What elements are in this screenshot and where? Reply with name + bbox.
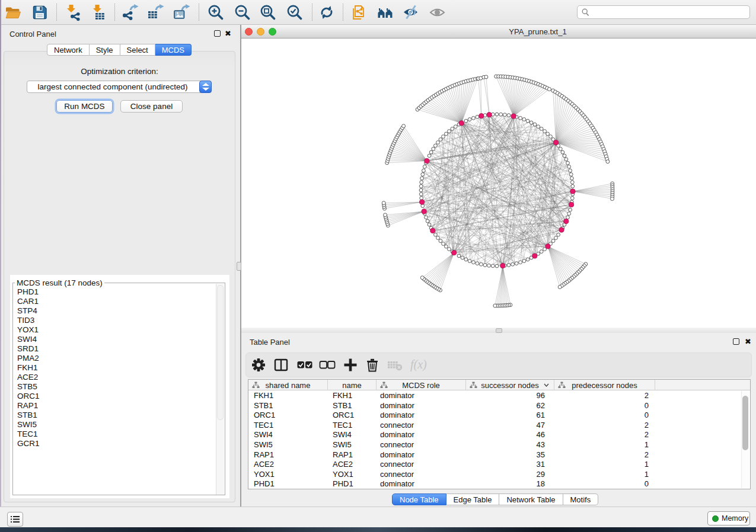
- graph-dominator-node[interactable]: [511, 114, 516, 118]
- graph-fan-edge[interactable]: [432, 97, 462, 123]
- graph-edge[interactable]: [424, 203, 572, 211]
- graph-node[interactable]: [507, 114, 511, 117]
- mcds-result-node[interactable]: PHD1: [14, 287, 215, 297]
- graph-node[interactable]: [434, 144, 438, 148]
- graph-node[interactable]: [571, 184, 575, 188]
- node-table-scrollbar-thumb[interactable]: [742, 396, 748, 450]
- table-panel-float-icon[interactable]: [733, 338, 739, 345]
- graph-fan-edge[interactable]: [439, 253, 454, 290]
- table-tab-network-table[interactable]: Network Table: [499, 493, 563, 505]
- graph-node[interactable]: [421, 204, 425, 208]
- graph-node[interactable]: [436, 141, 440, 145]
- graph-fan-edge[interactable]: [513, 84, 536, 116]
- mcds-result-scrollbar[interactable]: [216, 284, 224, 495]
- graph-satellite-node[interactable]: [484, 75, 488, 79]
- graph-fan-edge[interactable]: [425, 103, 461, 123]
- graph-node[interactable]: [457, 254, 461, 258]
- graph-fan-edge[interactable]: [548, 246, 577, 274]
- search-box[interactable]: [577, 5, 750, 19]
- horizontal-splitter-handle[interactable]: [496, 328, 502, 333]
- graph-fan-edge[interactable]: [548, 246, 574, 277]
- graph-fan-edge[interactable]: [506, 77, 513, 117]
- zoom-selected-button[interactable]: [286, 4, 304, 21]
- network-canvas[interactable]: [241, 39, 756, 328]
- graph-dominator-node[interactable]: [570, 189, 575, 194]
- graph-node[interactable]: [526, 119, 529, 123]
- graph-node[interactable]: [451, 127, 454, 131]
- import-network-button[interactable]: [64, 4, 82, 21]
- graph-dominator-node[interactable]: [554, 140, 559, 145]
- column-header-successor-nodes[interactable]: successor nodes: [466, 380, 554, 390]
- memory-button[interactable]: Memory: [707, 511, 750, 525]
- deselect-all-rows-button[interactable]: [319, 357, 336, 373]
- table-row[interactable]: STB1STB1dominator620: [248, 401, 750, 411]
- graph-node[interactable]: [476, 262, 479, 265]
- graph-fan-edge[interactable]: [461, 79, 473, 123]
- graph-node[interactable]: [529, 121, 533, 124]
- graph-node[interactable]: [445, 245, 448, 248]
- graph-node[interactable]: [570, 181, 574, 184]
- zoom-in-button[interactable]: [207, 4, 225, 21]
- graph-node[interactable]: [476, 116, 479, 119]
- graph-node[interactable]: [503, 113, 507, 117]
- graph-dominator-node[interactable]: [532, 254, 537, 258]
- graph-node[interactable]: [569, 208, 572, 211]
- mcds-result-node[interactable]: RAP1: [14, 401, 215, 411]
- graph-node[interactable]: [567, 165, 571, 169]
- graph-node[interactable]: [428, 223, 431, 226]
- graph-node[interactable]: [420, 177, 424, 180]
- column-header-predecessor-nodes[interactable]: predecessor nodes: [554, 380, 655, 390]
- graph-node[interactable]: [454, 125, 457, 129]
- column-header-shared-name[interactable]: shared name: [248, 380, 328, 390]
- graph-node[interactable]: [507, 264, 511, 267]
- mcds-result-node[interactable]: CAR1: [14, 297, 215, 306]
- graph-node[interactable]: [522, 259, 526, 263]
- mcds-result-node[interactable]: GCR1: [14, 439, 215, 448]
- graph-node[interactable]: [559, 147, 562, 150]
- graph-dominator-node[interactable]: [422, 209, 426, 214]
- graph-fan-edge[interactable]: [417, 110, 461, 123]
- graph-fan-edge[interactable]: [548, 246, 584, 266]
- mcds-result-node[interactable]: ORC1: [14, 392, 215, 401]
- graph-node[interactable]: [468, 259, 471, 263]
- control-tab-mcds[interactable]: MCDS: [155, 44, 192, 56]
- hide-selected-button[interactable]: [402, 4, 420, 21]
- graph-fan-edge[interactable]: [499, 76, 513, 116]
- graph-node[interactable]: [426, 219, 429, 223]
- graph-node[interactable]: [566, 161, 570, 165]
- import-table-button[interactable]: [90, 4, 108, 21]
- graph-fan-edge[interactable]: [513, 85, 541, 116]
- control-tab-select[interactable]: Select: [120, 44, 155, 56]
- column-header-name[interactable]: name: [328, 380, 377, 390]
- graph-node[interactable]: [495, 264, 499, 268]
- graph-node[interactable]: [422, 169, 426, 172]
- graph-satellite-node[interactable]: [420, 276, 424, 280]
- graph-node[interactable]: [570, 177, 574, 180]
- graph-node[interactable]: [557, 233, 560, 236]
- graph-node[interactable]: [472, 261, 476, 264]
- graph-fan-edge[interactable]: [556, 114, 582, 143]
- node-table-scrollbar[interactable]: [741, 391, 749, 488]
- zoom-fit-button[interactable]: [259, 4, 277, 21]
- graph-dominator-node[interactable]: [430, 228, 435, 233]
- vertical-splitter-handle[interactable]: [237, 262, 241, 271]
- graph-node[interactable]: [495, 113, 499, 116]
- window-zoom-button[interactable]: [269, 28, 276, 36]
- graph-node[interactable]: [519, 261, 522, 264]
- table-row[interactable]: RAP1RAP1dominator352: [248, 450, 750, 460]
- save-session-button[interactable]: [31, 4, 49, 21]
- graph-node[interactable]: [468, 118, 471, 121]
- mcds-result-node[interactable]: PMA2: [14, 354, 215, 363]
- graph-node[interactable]: [429, 150, 433, 154]
- graph-fan-edge[interactable]: [424, 253, 454, 279]
- mcds-result-node[interactable]: STB5: [14, 382, 215, 392]
- graph-node[interactable]: [442, 135, 445, 139]
- close-panel-button[interactable]: Close panel: [120, 100, 183, 113]
- graph-node[interactable]: [432, 147, 435, 150]
- graph-fan-edge[interactable]: [513, 87, 545, 116]
- graph-node[interactable]: [464, 258, 468, 261]
- graph-node[interactable]: [499, 113, 503, 116]
- table-row[interactable]: YOX1YOX1connector291: [248, 470, 750, 480]
- graph-node[interactable]: [569, 173, 573, 177]
- graph-fan-edge[interactable]: [432, 253, 454, 285]
